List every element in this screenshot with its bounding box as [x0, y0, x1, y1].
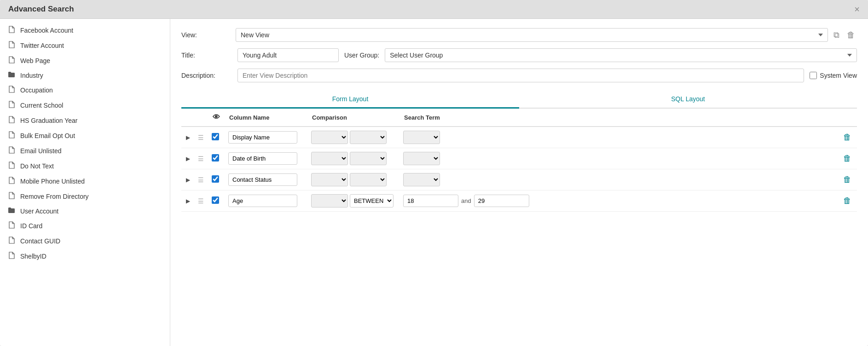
expand-button[interactable]: ▶	[184, 197, 192, 205]
delete-row-button[interactable]: 🗑	[840, 195, 854, 207]
sidebar-item-user-account[interactable]: User Account	[0, 204, 170, 218]
table-header-row: 👁 Column Name Comparison Search Term	[181, 109, 857, 127]
user-group-select[interactable]: Select User Group	[385, 48, 857, 62]
between-select[interactable]: BETWEEN	[350, 194, 393, 208]
system-view-checkbox[interactable]	[810, 72, 817, 79]
drag-handle-icon[interactable]: ☰	[198, 155, 204, 162]
tab-bar: Form Layout SQL Layout	[181, 91, 857, 109]
expand-cell: ▶	[181, 148, 195, 169]
file-icon	[7, 146, 16, 155]
sidebar-item-remove-from-directory[interactable]: Remove From Directory	[0, 189, 170, 204]
delete-row-button[interactable]: 🗑	[840, 153, 854, 164]
copy-view-button[interactable]: ⧉	[832, 29, 841, 42]
sidebar-item-email-unlisted[interactable]: Email Unlisted	[0, 143, 170, 158]
sidebar-item-bulk-email-opt-out[interactable]: Bulk Email Opt Out	[0, 128, 170, 143]
title-input[interactable]	[237, 48, 339, 62]
delete-cell: 🗑	[838, 190, 857, 212]
sidebar-item-label-do-not-text: Do Not Text	[20, 162, 54, 170]
expand-cell: ▶	[181, 127, 195, 148]
expand-cell: ▶	[181, 169, 195, 190]
sidebar-item-mobile-phone-unlisted[interactable]: Mobile Phone Unlisted	[0, 173, 170, 189]
table-row: ▶ ☰ 🗑	[181, 148, 857, 169]
expand-button[interactable]: ▶	[184, 155, 192, 163]
sidebar-item-facebook-account[interactable]: Facebook Account	[0, 23, 170, 38]
column-name-input[interactable]	[228, 195, 297, 207]
term-select-2[interactable]	[350, 131, 387, 144]
comparison-cell	[308, 148, 400, 169]
delete-view-button[interactable]: 🗑	[845, 29, 857, 42]
drag-handle-icon[interactable]: ☰	[198, 134, 204, 141]
drag-handle-icon[interactable]: ☰	[198, 176, 204, 184]
table-row: ▶ ☰ 🗑	[181, 127, 857, 148]
sidebar-item-label-email-unlisted: Email Unlisted	[20, 147, 61, 155]
view-select[interactable]: New View	[236, 28, 828, 42]
file-icon	[7, 116, 16, 125]
sidebar-item-label-contact-guid: Contact GUID	[20, 237, 60, 245]
visibility-checkbox[interactable]	[212, 154, 219, 161]
sidebar-item-contact-guid[interactable]: Contact GUID	[0, 233, 170, 248]
drag-cell: ☰	[195, 169, 209, 190]
search-term-cell	[400, 127, 838, 148]
visibility-checkbox[interactable]	[212, 133, 219, 140]
main-content: View: New View ⧉ 🗑 Title: User Group: Se…	[170, 19, 868, 346]
term-select[interactable]	[403, 131, 440, 144]
file-icon	[7, 41, 16, 50]
visibility-checkbox[interactable]	[212, 175, 219, 183]
tab-sql-layout[interactable]: SQL Layout	[519, 91, 857, 109]
description-input[interactable]	[237, 69, 804, 82]
folder-icon	[7, 71, 16, 79]
between-input-1[interactable]	[403, 195, 458, 207]
sidebar-item-do-not-text[interactable]: Do Not Text	[0, 158, 170, 173]
column-name-input[interactable]	[228, 173, 297, 186]
delete-cell: 🗑	[838, 169, 857, 190]
column-name-cell	[226, 127, 308, 148]
visibility-checkbox[interactable]	[212, 196, 219, 204]
comparison-select[interactable]	[311, 152, 348, 165]
delete-row-button[interactable]: 🗑	[840, 174, 854, 185]
th-comparison: Comparison	[308, 109, 400, 127]
sidebar-item-label-bulk-email-opt-out: Bulk Email Opt Out	[20, 132, 75, 139]
expand-button[interactable]: ▶	[184, 176, 192, 184]
close-button[interactable]: ×	[854, 5, 860, 14]
drag-handle-icon[interactable]: ☰	[198, 197, 204, 205]
file-icon	[7, 236, 16, 245]
column-name-input[interactable]	[228, 152, 297, 165]
delete-cell: 🗑	[838, 127, 857, 148]
comparison-cell	[308, 169, 400, 190]
sidebar-item-label-current-school: Current School	[20, 102, 63, 109]
sidebar-item-label-industry: Industry	[20, 72, 43, 79]
file-icon	[7, 101, 16, 110]
sidebar-item-hs-graduation-year[interactable]: HS Graduation Year	[0, 113, 170, 128]
tab-form-layout[interactable]: Form Layout	[181, 91, 519, 109]
comparison-cell	[308, 127, 400, 148]
term-select[interactable]	[403, 152, 440, 165]
comparison-select[interactable]	[311, 194, 348, 208]
th-expand	[181, 109, 195, 127]
system-view-label: System View	[820, 72, 857, 79]
sidebar-item-occupation[interactable]: Occupation	[0, 82, 170, 98]
between-input-2[interactable]	[474, 195, 529, 207]
expand-button[interactable]: ▶	[184, 133, 192, 142]
sidebar-item-web-page[interactable]: Web Page	[0, 53, 170, 68]
sidebar-item-label-web-page: Web Page	[20, 57, 50, 64]
column-name-cell	[226, 169, 308, 190]
term-select-2[interactable]	[350, 152, 387, 165]
comparison-select[interactable]	[311, 173, 348, 186]
comparison-select[interactable]	[311, 131, 348, 144]
drag-cell: ☰	[195, 190, 209, 212]
sidebar-item-twitter-account[interactable]: Twitter Account	[0, 38, 170, 53]
file-icon	[7, 131, 16, 140]
column-name-input[interactable]	[228, 131, 297, 144]
sidebar-item-current-school[interactable]: Current School	[0, 98, 170, 113]
title-label: Title:	[181, 52, 232, 59]
sidebar-item-label-mobile-phone-unlisted: Mobile Phone Unlisted	[20, 178, 85, 185]
sidebar-item-id-card[interactable]: ID Card	[0, 218, 170, 233]
sidebar-item-shelby-id[interactable]: ShelbyID	[0, 248, 170, 264]
search-table: 👁 Column Name Comparison Search Term ▶ ☰	[181, 109, 857, 212]
modal-body: Facebook AccountTwitter AccountWeb PageI…	[0, 19, 868, 346]
delete-row-button[interactable]: 🗑	[840, 132, 854, 143]
sidebar-item-industry[interactable]: Industry	[0, 68, 170, 82]
term-select-2[interactable]	[350, 173, 387, 186]
system-view-group: System View	[810, 72, 857, 79]
term-select[interactable]	[403, 173, 440, 186]
